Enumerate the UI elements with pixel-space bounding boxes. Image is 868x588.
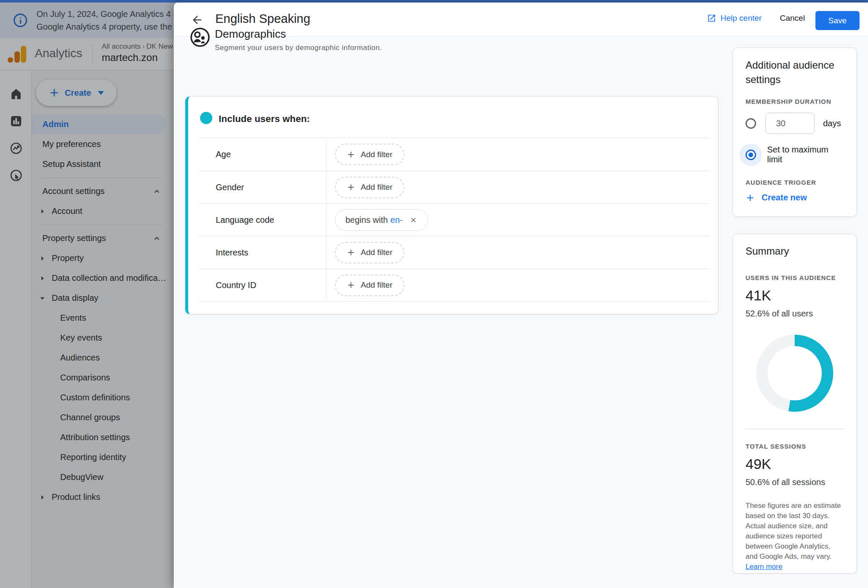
max-limit-radio[interactable] <box>746 150 756 160</box>
demographics-icon <box>189 27 211 48</box>
scope-dot-icon <box>200 112 212 124</box>
external-link-icon <box>707 14 716 23</box>
plus-icon <box>746 193 755 202</box>
filter-row-language-code: Language code begins with en- <box>199 203 710 236</box>
save-button[interactable]: Save <box>815 11 860 30</box>
section-subtitle: Segment your users by demographic inform… <box>215 44 382 52</box>
audience-editor-dialog: English Speaking Help center Cancel Save… <box>174 3 868 588</box>
add-filter-button-interests[interactable]: Add filter <box>335 242 404 263</box>
filter-row-age: Age Add filter <box>199 138 710 171</box>
include-users-card: Include users when: Age Add filter Gende… <box>185 96 718 314</box>
summary-title: Summary <box>746 245 844 257</box>
estimate-disclaimer: These figures are an estimate based on t… <box>746 501 844 572</box>
filters-table: Age Add filter Gender Add filter Languag… <box>199 138 710 302</box>
settings-card-title: Additional audience settings <box>746 58 846 87</box>
membership-duration-label: MEMBERSHIP DURATION <box>746 98 844 105</box>
create-new-trigger-button[interactable]: Create new <box>746 193 844 202</box>
back-arrow-icon[interactable] <box>191 14 203 26</box>
plus-icon <box>347 248 355 257</box>
plus-icon <box>347 183 355 191</box>
additional-settings-card: Additional audience settings MEMBERSHIP … <box>732 47 857 217</box>
filter-row-interests: Interests Add filter <box>199 236 710 269</box>
total-sessions-label: TOTAL SESSIONS <box>746 443 844 450</box>
max-limit-label: Set to maximum limit <box>767 145 844 164</box>
plus-icon <box>347 150 355 159</box>
duration-days-radio[interactable] <box>746 118 756 129</box>
cancel-button[interactable]: Cancel <box>780 14 805 23</box>
filter-row-gender: Gender Add filter <box>199 171 710 203</box>
sessions-value: 49K <box>746 456 844 472</box>
summary-card: Summary USERS IN THIS AUDIENCE 41K 52.6%… <box>732 234 857 574</box>
sessions-percent: 50.6% of all sessions <box>746 477 844 487</box>
learn-more-link[interactable]: Learn more <box>746 563 782 571</box>
help-center-link[interactable]: Help center <box>707 14 762 23</box>
add-filter-button-country-id[interactable]: Add filter <box>335 275 404 296</box>
audience-trigger-label: AUDIENCE TRIGGER <box>746 179 844 186</box>
section-title: Demographics <box>215 28 286 41</box>
duration-days-input[interactable] <box>765 113 815 134</box>
add-filter-button-age[interactable]: Add filter <box>335 144 404 165</box>
audience-donut-chart <box>756 335 833 412</box>
include-users-label: Include users when: <box>219 114 310 125</box>
remove-filter-icon[interactable] <box>409 216 417 224</box>
summary-divider <box>746 429 844 429</box>
users-in-audience-label: USERS IN THIS AUDIENCE <box>746 274 844 281</box>
language-filter-chip[interactable]: begins with en- <box>335 209 428 231</box>
users-value: 41K <box>746 287 844 304</box>
filter-row-country-id: Country ID Add filter <box>199 269 710 301</box>
duration-unit-label: days <box>823 119 841 128</box>
add-filter-button-gender[interactable]: Add filter <box>335 177 404 198</box>
audience-title: English Speaking <box>215 12 310 26</box>
plus-icon <box>347 281 355 289</box>
users-percent: 52.6% of all users <box>746 309 844 319</box>
